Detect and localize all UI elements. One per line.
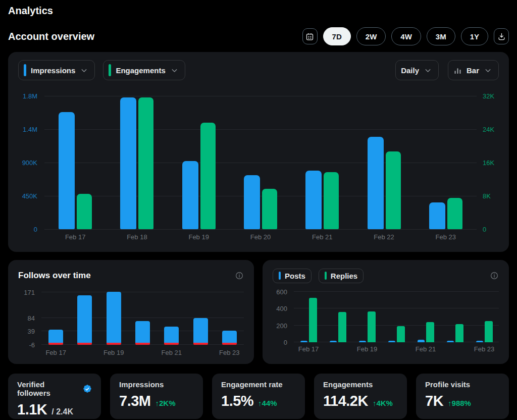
download-button[interactable] (494, 28, 509, 44)
interval-label: Daily (401, 66, 419, 75)
impressions-bar[interactable] (305, 171, 322, 229)
replies-bar[interactable] (485, 321, 493, 342)
x-axis-label: Feb 17 (44, 233, 106, 241)
replies-bar[interactable] (338, 312, 346, 342)
x-axis-label: Feb 23 (215, 349, 244, 356)
follows-bar[interactable] (164, 327, 179, 343)
stat-title-text: Engagements (323, 380, 373, 389)
range-pill-3m[interactable]: 3M (427, 27, 455, 45)
engagements-bar[interactable] (386, 151, 401, 229)
x-axis-label (382, 345, 411, 353)
posts-replies-pair (388, 289, 405, 342)
chevron-down-icon (484, 66, 492, 75)
posts-legend-chip[interactable]: Posts (273, 269, 312, 283)
replies-bar[interactable] (455, 324, 463, 342)
impressions-color-bar (24, 64, 26, 76)
y-axis-tick: 8K (477, 192, 499, 200)
stat-card-title: Impressions (119, 380, 194, 389)
follows-info-button[interactable] (235, 271, 244, 280)
x-axis-label (323, 345, 352, 353)
impressions-bar[interactable] (368, 137, 384, 229)
follows-bar[interactable] (107, 292, 121, 343)
range-pill-2w[interactable]: 2W (356, 27, 386, 45)
follows-over-time-card: Follows over time 1718439-6 Feb 17Feb 19… (8, 260, 254, 364)
calendar-button[interactable] (302, 28, 318, 44)
replies-legend-label: Replies (331, 272, 357, 280)
unfollows-bar[interactable] (48, 343, 63, 345)
stat-card-engagement-rate: Engagement rate1.5%↑44% (212, 374, 305, 419)
impressions-bar[interactable] (120, 97, 136, 229)
posts-bar[interactable] (476, 341, 483, 342)
y-axis-tick: 16K (477, 159, 499, 167)
x-axis-label: Feb 19 (168, 233, 230, 241)
engagements-metric-dropdown[interactable]: Engagements (103, 60, 185, 80)
impressions-bar[interactable] (429, 202, 445, 229)
verified-badge-icon (83, 384, 92, 393)
impressions-bar[interactable] (182, 161, 198, 229)
posts-x-axis: Feb 17Feb 19Feb 21Feb 23 (294, 345, 499, 353)
engagements-bar[interactable] (77, 194, 92, 229)
unfollows-bar[interactable] (222, 343, 237, 345)
follows-bar[interactable] (222, 331, 237, 343)
posts-bar[interactable] (447, 341, 454, 342)
interval-dropdown[interactable]: Daily (395, 60, 439, 80)
bar-chart-icon (453, 66, 462, 75)
posts-bar[interactable] (359, 341, 366, 342)
engagements-y-axis: 32K24K16K8K0 (477, 96, 499, 229)
unfollows-bar[interactable] (193, 343, 208, 345)
engagements-bar[interactable] (138, 97, 153, 229)
impressions-metric-label: Impressions (31, 66, 75, 75)
replies-bar[interactable] (397, 326, 405, 343)
follows-bar[interactable] (193, 318, 208, 343)
stat-card-title: Engagement rate (221, 380, 296, 389)
impressions-metric-dropdown[interactable]: Impressions (18, 60, 95, 80)
y-axis-tick: 200 (273, 322, 294, 329)
unfollows-bar[interactable] (107, 343, 121, 345)
replies-bar[interactable] (368, 311, 376, 342)
follows-bar[interactable] (48, 330, 63, 343)
range-pill-1y[interactable]: 1Y (461, 27, 488, 45)
overview-chart-card: Impressions Engagements Daily (8, 52, 509, 252)
x-axis-label: Feb 19 (352, 345, 382, 353)
impressions-bar[interactable] (59, 112, 75, 229)
posts-info-button[interactable] (490, 271, 499, 280)
unfollows-bar[interactable] (164, 343, 179, 345)
range-pill-7d[interactable]: 7D (323, 27, 351, 45)
bar-group (230, 96, 291, 229)
engagements-bar[interactable] (447, 198, 462, 229)
follows-bar[interactable] (77, 295, 92, 343)
bar-group (106, 96, 168, 229)
posts-bar[interactable] (418, 340, 425, 342)
bar-groups (294, 289, 499, 342)
x-axis-label: Feb 17 (294, 345, 323, 353)
engagements-bar[interactable] (200, 123, 216, 229)
stat-title-text: Profile visits (425, 380, 470, 389)
replies-bar[interactable] (309, 298, 317, 342)
posts-replies-pair (418, 289, 434, 342)
engagements-bar[interactable] (324, 172, 339, 229)
analytics-page: Analytics Account overview 7D2W4W3M1 (0, 0, 517, 420)
y-axis-tick: 39 (18, 328, 41, 335)
posts-bar[interactable] (330, 341, 337, 342)
y-axis-tick: 0 (273, 339, 294, 346)
replies-bar[interactable] (426, 322, 434, 342)
impressions-bar[interactable] (244, 175, 260, 229)
unfollows-bar[interactable] (135, 343, 150, 345)
stat-title-text: Engagement rate (221, 380, 283, 389)
bar-group (470, 289, 499, 342)
posts-card-header: Posts Replies (273, 268, 499, 283)
download-icon (497, 32, 506, 41)
posts-replies-pair (447, 289, 463, 342)
posts-bar[interactable] (388, 341, 395, 342)
follows-bar[interactable] (135, 321, 150, 343)
engagements-bar[interactable] (262, 189, 277, 229)
y-axis-tick: 450K (18, 192, 44, 200)
posts-plot-area (294, 289, 499, 342)
posts-bar[interactable] (300, 341, 307, 342)
unfollows-bar[interactable] (77, 343, 92, 345)
replies-legend-chip[interactable]: Replies (319, 269, 364, 283)
chart-type-dropdown[interactable]: Bar (448, 60, 499, 80)
range-pill-4w[interactable]: 4W (391, 27, 421, 45)
stat-delta: ↑4K% (373, 399, 393, 407)
y-axis-tick: 400 (273, 305, 294, 312)
